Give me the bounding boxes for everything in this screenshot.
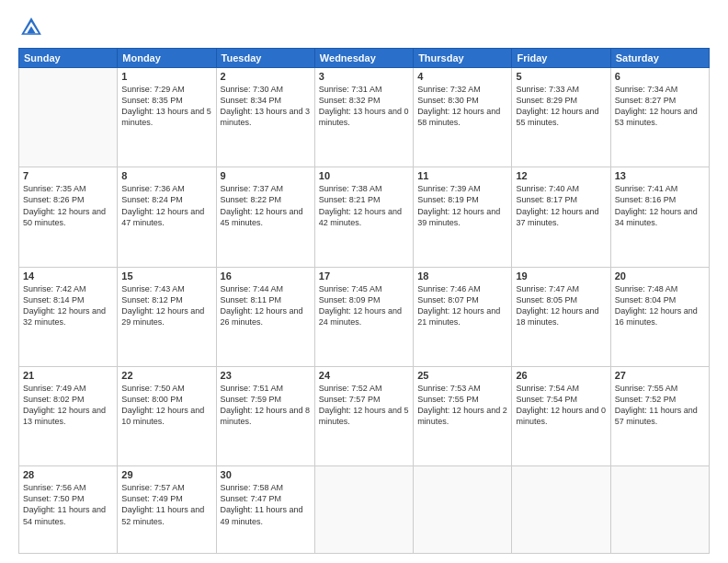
calendar-cell: 15Sunrise: 7:43 AMSunset: 8:12 PMDayligh…	[118, 267, 216, 366]
day-info: Sunrise: 7:45 AMSunset: 8:09 PMDaylight:…	[319, 283, 409, 328]
day-info: Sunrise: 7:32 AMSunset: 8:30 PMDaylight:…	[417, 84, 507, 129]
logo	[18, 15, 48, 40]
day-number: 1	[121, 71, 211, 82]
calendar-cell: 9Sunrise: 7:37 AMSunset: 8:22 PMDaylight…	[216, 167, 314, 267]
day-info: Sunrise: 7:37 AMSunset: 8:22 PMDaylight:…	[221, 183, 311, 228]
calendar-cell: 19Sunrise: 7:47 AMSunset: 8:05 PMDayligh…	[512, 267, 610, 366]
day-info: Sunrise: 7:46 AMSunset: 8:07 PMDaylight:…	[417, 283, 507, 328]
day-number: 15	[121, 270, 211, 282]
day-info: Sunrise: 7:33 AMSunset: 8:29 PMDaylight:…	[516, 84, 606, 129]
day-info: Sunrise: 7:52 AMSunset: 7:57 PMDaylight:…	[319, 383, 409, 428]
day-number: 27	[615, 370, 705, 381]
weekday-header: Wednesday	[314, 49, 413, 68]
calendar-cell	[512, 466, 610, 554]
calendar-week-row: 21Sunrise: 7:49 AMSunset: 8:02 PMDayligh…	[19, 366, 710, 465]
day-info: Sunrise: 7:30 AMSunset: 8:34 PMDaylight:…	[221, 84, 311, 129]
calendar-cell: 21Sunrise: 7:49 AMSunset: 8:02 PMDayligh…	[19, 366, 118, 465]
calendar-cell: 5Sunrise: 7:33 AMSunset: 8:29 PMDaylight…	[512, 68, 610, 167]
day-info: Sunrise: 7:56 AMSunset: 7:50 PMDaylight:…	[23, 482, 113, 527]
weekday-header: Thursday	[414, 49, 512, 68]
day-info: Sunrise: 7:50 AMSunset: 8:00 PMDaylight:…	[121, 383, 211, 428]
day-number: 24	[319, 370, 409, 381]
day-number: 8	[121, 170, 211, 181]
calendar-cell: 20Sunrise: 7:48 AMSunset: 8:04 PMDayligh…	[610, 267, 709, 366]
calendar-cell: 29Sunrise: 7:57 AMSunset: 7:49 PMDayligh…	[118, 466, 216, 554]
calendar-cell: 10Sunrise: 7:38 AMSunset: 8:21 PMDayligh…	[314, 167, 413, 267]
day-number: 25	[417, 370, 507, 381]
calendar-cell: 8Sunrise: 7:36 AMSunset: 8:24 PMDaylight…	[118, 167, 216, 267]
day-number: 11	[417, 170, 507, 181]
calendar-cell: 14Sunrise: 7:42 AMSunset: 8:14 PMDayligh…	[19, 267, 118, 366]
header-area	[18, 15, 710, 40]
day-info: Sunrise: 7:53 AMSunset: 7:55 PMDaylight:…	[417, 383, 507, 428]
weekday-header: Monday	[118, 49, 216, 68]
calendar-cell: 11Sunrise: 7:39 AMSunset: 8:19 PMDayligh…	[414, 167, 512, 267]
calendar-cell: 7Sunrise: 7:35 AMSunset: 8:26 PMDaylight…	[19, 167, 118, 267]
calendar-cell: 28Sunrise: 7:56 AMSunset: 7:50 PMDayligh…	[19, 466, 118, 554]
calendar-cell	[414, 466, 512, 554]
day-info: Sunrise: 7:31 AMSunset: 8:32 PMDaylight:…	[319, 84, 409, 129]
day-number: 3	[319, 71, 409, 82]
day-number: 16	[221, 270, 311, 282]
weekday-header: Saturday	[610, 49, 709, 68]
day-number: 23	[221, 370, 311, 381]
day-number: 13	[615, 170, 705, 181]
calendar-cell: 12Sunrise: 7:40 AMSunset: 8:17 PMDayligh…	[512, 167, 610, 267]
calendar-cell	[610, 466, 709, 554]
calendar-cell: 23Sunrise: 7:51 AMSunset: 7:59 PMDayligh…	[216, 366, 314, 465]
day-number: 5	[516, 71, 606, 82]
calendar-cell: 4Sunrise: 7:32 AMSunset: 8:30 PMDaylight…	[414, 68, 512, 167]
calendar-week-row: 1Sunrise: 7:29 AMSunset: 8:35 PMDaylight…	[19, 68, 710, 167]
day-info: Sunrise: 7:41 AMSunset: 8:16 PMDaylight:…	[615, 183, 705, 228]
calendar-cell: 6Sunrise: 7:34 AMSunset: 8:27 PMDaylight…	[610, 68, 709, 167]
day-number: 14	[23, 270, 113, 282]
calendar-cell: 16Sunrise: 7:44 AMSunset: 8:11 PMDayligh…	[216, 267, 314, 366]
day-info: Sunrise: 7:54 AMSunset: 7:54 PMDaylight:…	[516, 383, 606, 428]
logo-icon	[18, 15, 44, 40]
day-info: Sunrise: 7:55 AMSunset: 7:52 PMDaylight:…	[615, 383, 705, 428]
day-info: Sunrise: 7:35 AMSunset: 8:26 PMDaylight:…	[23, 183, 113, 228]
day-number: 20	[615, 270, 705, 282]
calendar-cell: 3Sunrise: 7:31 AMSunset: 8:32 PMDaylight…	[314, 68, 413, 167]
day-number: 21	[23, 370, 113, 381]
day-number: 29	[121, 469, 211, 480]
day-number: 10	[319, 170, 409, 181]
day-info: Sunrise: 7:44 AMSunset: 8:11 PMDaylight:…	[221, 283, 311, 328]
calendar-cell: 18Sunrise: 7:46 AMSunset: 8:07 PMDayligh…	[414, 267, 512, 366]
day-info: Sunrise: 7:57 AMSunset: 7:49 PMDaylight:…	[121, 482, 211, 527]
calendar-cell: 25Sunrise: 7:53 AMSunset: 7:55 PMDayligh…	[414, 366, 512, 465]
calendar-week-row: 14Sunrise: 7:42 AMSunset: 8:14 PMDayligh…	[19, 267, 710, 366]
day-info: Sunrise: 7:43 AMSunset: 8:12 PMDaylight:…	[121, 283, 211, 328]
weekday-header: Tuesday	[216, 49, 314, 68]
calendar-week-row: 7Sunrise: 7:35 AMSunset: 8:26 PMDaylight…	[19, 167, 710, 267]
day-info: Sunrise: 7:34 AMSunset: 8:27 PMDaylight:…	[615, 84, 705, 129]
day-number: 19	[516, 270, 606, 282]
calendar-table: SundayMondayTuesdayWednesdayThursdayFrid…	[18, 48, 710, 554]
day-number: 18	[417, 270, 507, 282]
calendar-cell: 17Sunrise: 7:45 AMSunset: 8:09 PMDayligh…	[314, 267, 413, 366]
day-info: Sunrise: 7:51 AMSunset: 7:59 PMDaylight:…	[221, 383, 311, 428]
calendar-cell	[314, 466, 413, 554]
calendar-page: SundayMondayTuesdayWednesdayThursdayFrid…	[0, 0, 728, 563]
day-number: 30	[221, 469, 311, 480]
calendar-cell: 30Sunrise: 7:58 AMSunset: 7:47 PMDayligh…	[216, 466, 314, 554]
calendar-cell: 22Sunrise: 7:50 AMSunset: 8:00 PMDayligh…	[118, 366, 216, 465]
calendar-cell: 2Sunrise: 7:30 AMSunset: 8:34 PMDaylight…	[216, 68, 314, 167]
day-info: Sunrise: 7:36 AMSunset: 8:24 PMDaylight:…	[121, 183, 211, 228]
day-number: 26	[516, 370, 606, 381]
weekday-header-row: SundayMondayTuesdayWednesdayThursdayFrid…	[19, 49, 710, 68]
day-number: 9	[221, 170, 311, 181]
weekday-header: Sunday	[19, 49, 118, 68]
day-info: Sunrise: 7:42 AMSunset: 8:14 PMDaylight:…	[23, 283, 113, 328]
day-info: Sunrise: 7:58 AMSunset: 7:47 PMDaylight:…	[221, 482, 311, 527]
calendar-cell: 1Sunrise: 7:29 AMSunset: 8:35 PMDaylight…	[118, 68, 216, 167]
calendar-cell: 24Sunrise: 7:52 AMSunset: 7:57 PMDayligh…	[314, 366, 413, 465]
day-number: 7	[23, 170, 113, 181]
calendar-cell: 26Sunrise: 7:54 AMSunset: 7:54 PMDayligh…	[512, 366, 610, 465]
calendar-week-row: 28Sunrise: 7:56 AMSunset: 7:50 PMDayligh…	[19, 466, 710, 554]
day-info: Sunrise: 7:48 AMSunset: 8:04 PMDaylight:…	[615, 283, 705, 328]
calendar-cell	[19, 68, 118, 167]
day-number: 6	[615, 71, 705, 82]
day-info: Sunrise: 7:40 AMSunset: 8:17 PMDaylight:…	[516, 183, 606, 228]
weekday-header: Friday	[512, 49, 610, 68]
